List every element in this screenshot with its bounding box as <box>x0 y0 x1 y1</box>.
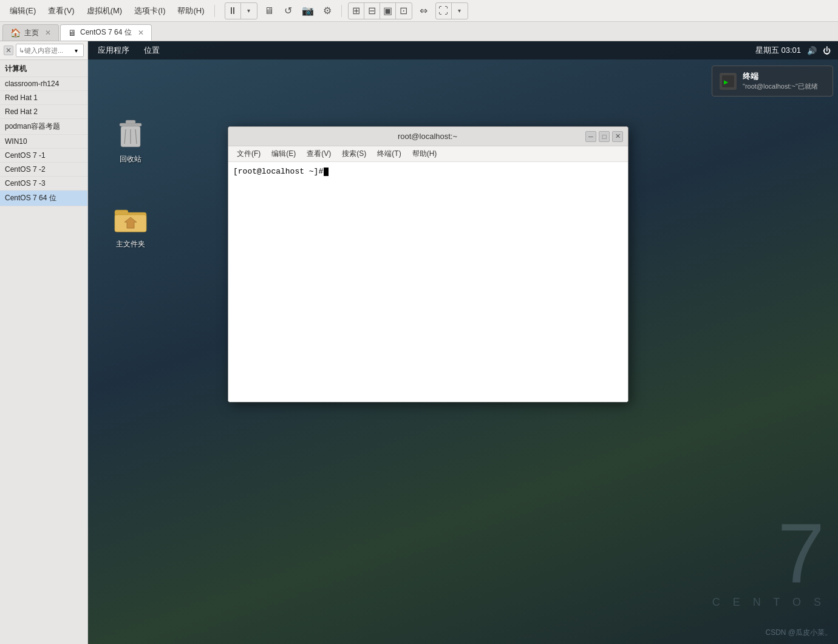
fullscreen-dropdown-icon[interactable]: ▾ <box>452 3 468 19</box>
gnome-menu-apps[interactable]: 应用程序 <box>95 44 132 57</box>
layout2-icon[interactable]: ⊟ <box>364 3 380 19</box>
terminal-body[interactable]: [root@localhost ~]# <box>228 162 628 402</box>
terminal-menubar: 文件(F) 编辑(E) 查看(V) 搜索(S) 终端(T) 帮助(H) <box>228 146 628 162</box>
sidebar-items: 计算机 classroom-rh124 Red Hat 1 Red Hat 2 … <box>0 60 87 208</box>
terminal-window: root@localhost:~ ─ □ ✕ 文件(F) 编辑(E) 查看(V)… <box>228 126 628 402</box>
menu-help[interactable]: 帮助(H) <box>172 3 209 19</box>
terminal-popup[interactable]: ▶ 终端 "root@localhost:~"已就绪 <box>712 66 833 97</box>
terminal-menu-help[interactable]: 帮助(H) <box>407 147 442 161</box>
pause-icon[interactable]: ⏸ <box>225 3 241 19</box>
terminal-popup-title: 终端 <box>743 71 818 82</box>
terminal-window-title: root@localhost:~ <box>270 132 585 141</box>
terminal-menu-file[interactable]: 文件(F) <box>232 147 265 161</box>
menu-edit[interactable]: 编辑(E) <box>5 3 41 19</box>
layout3-icon[interactable]: ▣ <box>380 3 396 19</box>
refresh-icon[interactable]: ↺ <box>281 3 296 19</box>
sidebar-item-centos72[interactable]: CentOS 7 -2 <box>0 163 87 177</box>
tab-home-label: 主页 <box>24 28 39 38</box>
trash-icon-img <box>114 118 148 152</box>
terminal-prompt-text: [root@localhost ~]# <box>233 167 323 176</box>
sidebar-dropdown-icon[interactable]: ▾ <box>71 46 81 55</box>
tab-home[interactable]: 🏠 主页 ✕ <box>2 24 59 41</box>
terminal-minimize-btn[interactable]: ─ <box>585 131 596 142</box>
sidebar-item-redhat1[interactable]: Red Hat 1 <box>0 91 87 105</box>
pause-icon-group: ⏸ ▾ <box>225 2 257 19</box>
menu-view[interactable]: 查看(V) <box>43 3 79 19</box>
desktop-icon-trash[interactable]: 回收站 <box>106 114 155 168</box>
gnome-topbar: 应用程序 位置 星期五 03:01 🔊 ⏻ <box>88 41 838 59</box>
terminal-popup-text: 终端 "root@localhost:~"已就绪 <box>743 71 818 91</box>
terminal-popup-subtitle: "root@localhost:~"已就绪 <box>743 82 818 91</box>
trash-svg <box>116 118 145 151</box>
monitor-icon[interactable]: 🖥 <box>261 3 277 19</box>
centos-watermark-number: 7 <box>777 510 826 595</box>
sidebar-item-redhat2[interactable]: Red Hat 2 <box>0 105 87 119</box>
sidebar: ✕ ▾ 计算机 classroom-rh124 Red Hat 1 Red Ha… <box>0 41 88 644</box>
fullscreen-group: ⛶ ▾ <box>435 2 468 19</box>
sidebar-header: ✕ ▾ <box>0 41 87 60</box>
gnome-power-icon[interactable]: ⏻ <box>823 46 831 55</box>
terminal-menu-view[interactable]: 查看(V) <box>302 147 336 161</box>
terminal-titlebar: root@localhost:~ ─ □ ✕ <box>228 127 628 146</box>
toolbar-icons: ⏸ ▾ 🖥 ↺ 📷 ⚙ ⊞ ⊟ ▣ ⊡ ⇔ ⛶ ▾ <box>225 2 468 19</box>
sidebar-item-centos73[interactable]: CentOS 7 -3 <box>0 177 87 191</box>
resize-icon[interactable]: ⇔ <box>416 3 432 19</box>
centos-tab-icon: 🖥 <box>68 28 77 38</box>
sidebar-item-classroom[interactable]: classroom-rh124 <box>0 77 87 91</box>
snapshot-icon[interactable]: 📷 <box>300 3 316 19</box>
home-tab-icon: 🏠 <box>10 28 21 38</box>
tab-centos-close[interactable]: ✕ <box>138 29 144 37</box>
separator-1 <box>214 5 215 17</box>
trash-label: 回收站 <box>120 154 141 164</box>
terminal-menu-edit[interactable]: 编辑(E) <box>267 147 301 161</box>
sidebar-item-centos764[interactable]: CentOS 7 64 位 <box>0 191 87 206</box>
terminal-popup-icon: ▶ <box>720 73 737 90</box>
sidebar-item-podman[interactable]: podman容器考题 <box>0 119 87 135</box>
gnome-topbar-right: 星期五 03:01 🔊 ⏻ <box>755 45 831 56</box>
svg-rect-7 <box>115 210 128 215</box>
sidebar-item-computer[interactable]: 计算机 <box>0 61 87 77</box>
vbox-menubar: 编辑(E) 查看(V) 虚拟机(M) 选项卡(I) 帮助(H) ⏸ ▾ 🖥 ↺ … <box>0 0 838 22</box>
gnome-time: 星期五 03:01 <box>755 45 801 56</box>
pause-dropdown-icon[interactable]: ▾ <box>241 3 257 19</box>
tab-home-close[interactable]: ✕ <box>45 29 51 37</box>
sidebar-item-centos71[interactable]: CentOS 7 -1 <box>0 149 87 163</box>
layout4-icon[interactable]: ⊡ <box>396 3 412 19</box>
settings-icon[interactable]: ⚙ <box>319 3 335 19</box>
svg-rect-1 <box>126 120 135 124</box>
layout1-icon[interactable]: ⊞ <box>349 3 364 19</box>
folder-svg <box>114 205 148 234</box>
gnome-menu-places[interactable]: 位置 <box>141 44 162 57</box>
home-folder-label: 主文件夹 <box>116 239 145 249</box>
sidebar-close-button[interactable]: ✕ <box>4 46 13 55</box>
menu-vm[interactable]: 虚拟机(M) <box>82 3 128 19</box>
sidebar-item-win10[interactable]: WIN10 <box>0 135 87 149</box>
layout-icon-group: ⊞ ⊟ ▣ ⊡ <box>348 2 412 19</box>
centos-watermark-text: C E N T O S <box>712 596 826 609</box>
tab-centos[interactable]: 🖥 CentOS 7 64 位 ✕ <box>60 24 152 41</box>
vbox-tabs: 🏠 主页 ✕ 🖥 CentOS 7 64 位 ✕ <box>0 22 838 41</box>
tab-centos-label: CentOS 7 64 位 <box>80 27 132 38</box>
menu-tab[interactable]: 选项卡(I) <box>129 3 170 19</box>
csdn-watermark: CSDN @瓜皮小菜。 <box>765 628 832 638</box>
terminal-cursor <box>324 168 329 176</box>
fullscreen-icon[interactable]: ⛶ <box>436 3 452 19</box>
terminal-close-btn[interactable]: ✕ <box>612 131 623 142</box>
terminal-prompt-line: [root@localhost ~]# <box>233 167 623 176</box>
separator-2 <box>341 5 342 17</box>
svg-text:▶: ▶ <box>724 78 729 86</box>
folder-icon-img <box>114 203 148 237</box>
gnome-volume-icon[interactable]: 🔊 <box>807 46 817 55</box>
sidebar-search: ▾ <box>16 44 84 57</box>
terminal-menu-terminal[interactable]: 终端(T) <box>372 147 406 161</box>
sidebar-search-input[interactable] <box>19 47 69 54</box>
terminal-menu-search[interactable]: 搜索(S) <box>337 147 371 161</box>
vm-desktop: 应用程序 位置 星期五 03:01 🔊 ⏻ 回收站 <box>88 41 838 644</box>
desktop-icon-home[interactable]: 主文件夹 <box>106 199 155 253</box>
terminal-titlebar-buttons: ─ □ ✕ <box>585 131 623 142</box>
terminal-maximize-btn[interactable]: □ <box>599 131 610 142</box>
gnome-app-menu: 应用程序 位置 <box>95 44 162 57</box>
